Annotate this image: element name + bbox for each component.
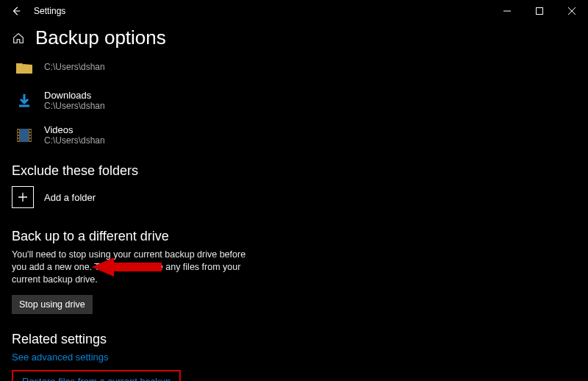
restore-files-link[interactable]: Restore files from a current backup: [22, 376, 171, 381]
annotation-highlight-box: Restore files from a current backup: [12, 370, 181, 381]
plus-icon: [12, 186, 34, 208]
related-settings-heading: Related settings: [12, 332, 576, 347]
app-title: Settings: [34, 6, 65, 16]
back-button[interactable]: [6, 1, 26, 21]
folder-item[interactable]: Videos C:\Users\dshan: [12, 121, 576, 151]
svg-rect-8: [29, 130, 31, 132]
video-icon: [15, 126, 34, 145]
folder-path: C:\Users\dshan: [44, 136, 105, 146]
svg-rect-5: [18, 133, 19, 135]
minimize-button[interactable]: [491, 0, 523, 22]
page-header: Backup options: [12, 26, 576, 49]
svg-rect-7: [18, 139, 19, 140]
page-title: Backup options: [35, 26, 166, 49]
home-icon[interactable]: [12, 32, 25, 45]
download-icon: [15, 91, 34, 110]
different-drive-heading: Back up to a different drive: [12, 229, 576, 244]
folder-item[interactable]: Downloads C:\Users\dshan: [12, 86, 576, 116]
title-bar: Settings: [0, 0, 588, 22]
folder-name: Downloads: [44, 90, 105, 102]
exclude-heading: Exclude these folders: [12, 163, 576, 179]
svg-rect-4: [18, 130, 19, 132]
svg-rect-11: [29, 139, 31, 140]
folder-name: Videos: [44, 125, 105, 136]
maximize-button[interactable]: [523, 0, 556, 22]
add-folder-label: Add a folder: [44, 192, 96, 203]
svg-rect-0: [537, 8, 543, 15]
folder-path: C:\Users\dshan: [44, 102, 105, 112]
add-folder-button[interactable]: Add a folder: [12, 186, 576, 208]
svg-rect-10: [29, 136, 31, 138]
minimize-icon: [503, 7, 511, 15]
folder-icon: [15, 58, 34, 77]
svg-rect-9: [29, 133, 31, 135]
close-button[interactable]: [556, 0, 588, 22]
folder-item[interactable]: C:\Users\dshan: [12, 54, 576, 82]
folder-path: C:\Users\dshan: [44, 63, 105, 73]
different-drive-helper: You'll need to stop using your current b…: [12, 249, 262, 286]
window-controls: [491, 0, 588, 22]
stop-using-drive-button[interactable]: Stop using drive: [12, 295, 93, 314]
close-icon: [568, 7, 576, 15]
arrow-left-icon: [11, 6, 21, 16]
svg-rect-6: [18, 136, 19, 138]
see-advanced-settings-link[interactable]: See advanced settings: [12, 352, 109, 363]
maximize-icon: [536, 7, 543, 15]
folder-list: C:\Users\dshan Downloads C:\Users\dshan …: [12, 54, 576, 150]
